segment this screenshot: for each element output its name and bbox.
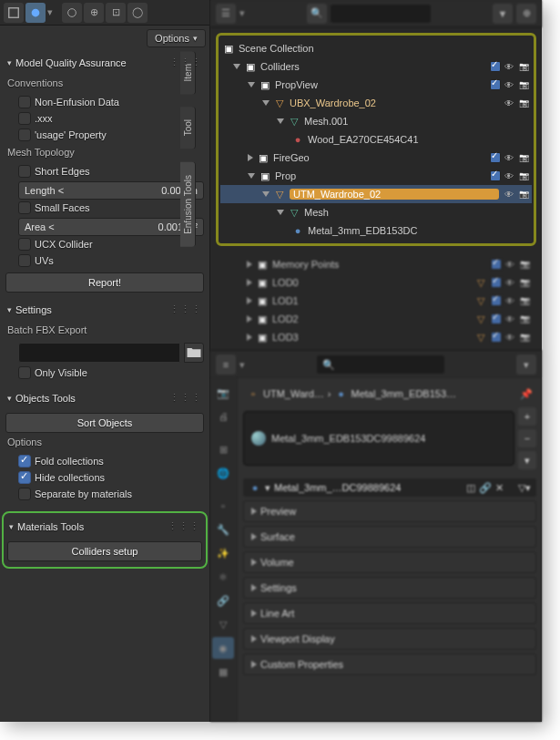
sort-objects-button[interactable]: Sort Objects (5, 413, 204, 433)
tab-render[interactable]: 📷 (212, 382, 234, 404)
xxx-check[interactable] (18, 112, 31, 125)
ol-scene-collection[interactable]: ▣ Scene Collection (220, 39, 532, 57)
ol-utm[interactable]: ▽ UTM_Wardrobe_02 (220, 185, 532, 203)
ol-firegeo[interactable]: ▣ FireGeo (220, 149, 532, 167)
search-icon[interactable]: 🔍 (322, 359, 335, 371)
ol-lod3[interactable]: ▣LOD3▽ (219, 328, 533, 346)
tab-tool[interactable]: Tool (180, 107, 196, 149)
tab-data[interactable]: ▽ (212, 613, 234, 635)
fold-check[interactable] (18, 455, 31, 468)
tab-physics[interactable]: ⚛ (212, 566, 234, 588)
ol-mesh001[interactable]: ▽ Mesh.001 (220, 112, 532, 130)
ol-propview[interactable]: ▣ PropView (220, 76, 532, 94)
uvs-check[interactable] (18, 254, 31, 267)
tab-enfusion[interactable]: Enfusion Tools (180, 162, 196, 247)
tab-scene[interactable]: ⊞ (212, 438, 234, 460)
panel-custom[interactable]: Custom Properties (243, 653, 536, 675)
panel-preview[interactable]: Preview (243, 500, 536, 522)
pin-icon[interactable]: 📌 (520, 388, 533, 400)
only-visible-check[interactable] (18, 366, 31, 379)
crumb-obj[interactable]: UTM_Ward… (263, 388, 324, 399)
tab-material[interactable]: ◉ (212, 637, 234, 659)
pivot-icon[interactable]: ⊕ (84, 3, 104, 23)
tab-output[interactable]: 🖨 (212, 406, 234, 427)
unlink-icon[interactable]: ✕ (495, 482, 504, 494)
colliders-setup-button[interactable]: Colliders setup (7, 541, 202, 561)
short-edges-check[interactable] (18, 165, 31, 178)
ol-metal-mat[interactable]: ● Metal_3mm_EDB153DC (220, 221, 532, 240)
fake-user-icon[interactable]: ◫ (466, 482, 475, 494)
folder-button[interactable] (184, 343, 204, 363)
exclude-toggle[interactable] (490, 152, 501, 163)
hide-check[interactable] (18, 471, 31, 484)
section-settings-header[interactable]: ▾Settings⋮⋮⋮ (5, 298, 204, 321)
tab-world[interactable]: 🌐 (212, 462, 234, 484)
ol-ubx[interactable]: ▽ UBX_Wardrobe_02 (220, 94, 532, 112)
section-objects-header[interactable]: ▾Objects Tools⋮⋮⋮ (5, 386, 204, 409)
material-name-field[interactable]: Metal_3mm_…DC99889624 (274, 482, 463, 493)
ol-colliders[interactable]: ▣ Colliders (220, 57, 532, 76)
visibility-toggle[interactable] (503, 188, 515, 200)
ol-lod2[interactable]: ▣LOD2▽ (219, 310, 533, 328)
section-mqa-header[interactable]: ▾ Model Quality Assurance ⋮⋮⋮ (5, 51, 204, 74)
render-toggle[interactable] (517, 170, 530, 182)
tab-modifier[interactable]: 🔧 (212, 519, 234, 540)
panel-lineart[interactable]: Line Art (243, 602, 536, 624)
separate-check[interactable] (18, 488, 31, 500)
proportional-icon[interactable]: ◯ (127, 3, 148, 23)
render-toggle[interactable] (517, 97, 530, 109)
render-toggle[interactable] (517, 60, 530, 73)
exclude-toggle[interactable] (490, 61, 501, 72)
visibility-toggle[interactable] (503, 97, 515, 109)
ol-lod1[interactable]: ▣LOD1▽ (219, 292, 533, 310)
search-icon[interactable]: 🔍 (307, 4, 327, 24)
usage-check[interactable] (18, 128, 31, 141)
slot-remove-button[interactable]: − (518, 429, 536, 447)
render-toggle[interactable] (517, 78, 530, 91)
orientation-icon[interactable] (62, 3, 82, 23)
panel-viewport[interactable]: Viewport Display (243, 628, 536, 650)
small-faces-check[interactable] (18, 201, 31, 214)
options-button[interactable]: Options ▾ (147, 29, 206, 47)
visibility-toggle[interactable] (503, 78, 515, 91)
exclude-toggle[interactable] (490, 170, 501, 181)
tab-constraints[interactable]: 🔗 (212, 590, 234, 612)
tab-texture[interactable]: ▦ (212, 661, 234, 683)
exclude-toggle[interactable] (490, 79, 501, 90)
slot-menu-button[interactable]: ▾ (518, 451, 536, 469)
options-icon[interactable]: ▾ (516, 355, 536, 375)
shading-icon[interactable] (25, 3, 46, 23)
tab-particles[interactable]: ✨ (212, 542, 234, 564)
visibility-toggle[interactable] (503, 170, 515, 182)
link-icon[interactable]: 🔗 (479, 482, 492, 494)
non-enfusion-check[interactable] (18, 96, 31, 108)
render-toggle[interactable] (517, 151, 530, 164)
visibility-toggle[interactable] (503, 151, 515, 164)
panel-volume[interactable]: Volume (243, 551, 536, 573)
length-field[interactable]: Length <0.001 m (18, 181, 204, 200)
ol-wood-mat[interactable]: ● Wood_EA270CE454C41 (220, 130, 532, 149)
render-toggle[interactable] (517, 188, 530, 200)
filter-icon[interactable]: ▼ (493, 4, 513, 24)
section-materials-header[interactable]: ▾Materials Tools⋮⋮⋮ (7, 515, 202, 538)
new-collection-icon[interactable]: ⊕ (516, 4, 536, 24)
ucx-check[interactable] (18, 238, 31, 251)
ol-memory-points[interactable]: ▣Memory Points (219, 255, 533, 273)
ol-mesh[interactable]: ▽ Mesh (220, 203, 532, 221)
editor-type-icon[interactable] (4, 3, 24, 23)
nodes-icon[interactable]: ▽▾ (518, 482, 531, 494)
ol-prop[interactable]: ▣ Prop (220, 167, 532, 185)
fbx-path-input[interactable] (18, 343, 180, 363)
visibility-toggle[interactable] (503, 60, 515, 73)
panel-settings[interactable]: Settings (243, 577, 536, 599)
snap-icon[interactable]: ⊡ (106, 3, 126, 23)
outliner-editor-icon[interactable]: ☰ (216, 4, 236, 24)
ol-lod0[interactable]: ▣LOD0▽ (219, 273, 533, 292)
area-field[interactable]: Area <0.001 m² (18, 218, 204, 236)
tab-object[interactable]: ▫ (212, 495, 234, 517)
report-button[interactable]: Report! (5, 272, 204, 293)
material-slot[interactable]: Metal_3mm_EDB153DC99889624 (243, 411, 514, 466)
slot-add-button[interactable]: + (518, 407, 536, 426)
props-editor-icon[interactable]: ≡ (216, 355, 236, 375)
search-input[interactable] (331, 5, 431, 23)
